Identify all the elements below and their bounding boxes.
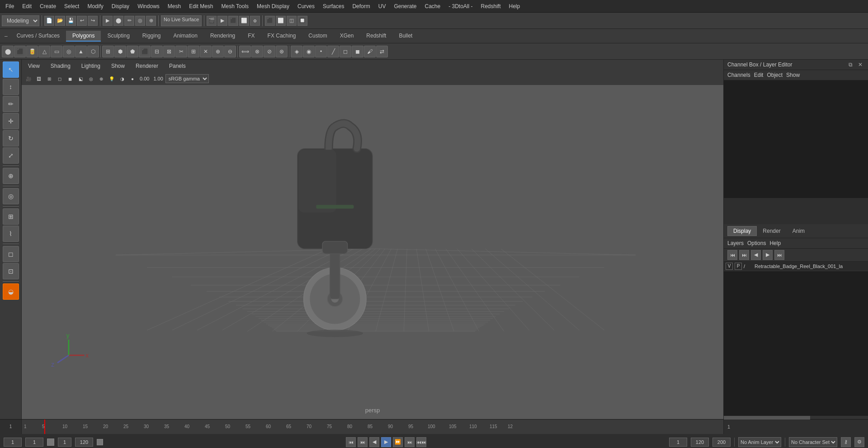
layer-p[interactable]: P	[735, 263, 742, 270]
tab-sculpting[interactable]: Sculpting	[101, 31, 136, 42]
play-prev-key-btn[interactable]: ⏭	[358, 437, 368, 447]
menu-windows[interactable]: Windows	[134, 2, 163, 10]
cube-icon[interactable]: ⬛	[14, 46, 26, 57]
workspace-select[interactable]: Modeling	[2, 15, 39, 26]
layer-scroll-prev-prev[interactable]: ⏭	[739, 250, 749, 260]
menu-mesh-display[interactable]: Mesh Display	[253, 2, 293, 10]
select-vert[interactable]: •	[315, 46, 327, 57]
layer-scrollbar[interactable]	[724, 415, 868, 419]
bevel-icon[interactable]: ⬟	[127, 46, 138, 57]
range-start-input[interactable]	[669, 438, 687, 447]
tab-rigging[interactable]: Rigging	[136, 31, 167, 42]
bridge-icon[interactable]: ⊟	[151, 46, 163, 57]
transfer-attr[interactable]: ⇄	[376, 46, 388, 57]
insert-loop-icon[interactable]: ⊞	[188, 46, 199, 57]
ch-menu-object[interactable]: Object	[767, 72, 783, 78]
anim-key-btn[interactable]: ⚷	[841, 437, 851, 447]
icon-win1[interactable]: ⬛	[265, 16, 275, 26]
anim-layer-select[interactable]: No Anim Layer	[738, 437, 781, 447]
vp-menu-view[interactable]: View	[25, 62, 42, 70]
menu-help[interactable]: Help	[505, 2, 524, 10]
frame-val-input[interactable]	[58, 438, 71, 447]
vp-wire-icon[interactable]: ◻	[55, 74, 65, 84]
paint-select-left[interactable]: ✏	[3, 96, 19, 112]
range-end-input[interactable]	[691, 438, 709, 447]
extrude-icon[interactable]: ⬛	[139, 46, 151, 57]
ch-menu-edit[interactable]: Edit	[754, 72, 764, 78]
redo-btn[interactable]: ↪	[88, 16, 98, 26]
menu-uv[interactable]: UV	[375, 2, 390, 10]
menu-curves[interactable]: Curves	[294, 2, 318, 10]
gradient-btn[interactable]: ◒	[3, 283, 19, 300]
render-btn4[interactable]: ⬜	[239, 16, 249, 26]
tab-curves-surfaces[interactable]: Curves / Surfaces	[10, 31, 66, 42]
close-btn[interactable]: ✕	[856, 61, 864, 68]
vp-shadow-icon[interactable]: ◑	[117, 74, 127, 84]
current-frame-input[interactable]	[4, 438, 22, 447]
menu-modify[interactable]: Modify	[84, 2, 107, 10]
layer-scroll-start[interactable]: ⏮	[727, 250, 737, 260]
layer-path[interactable]: /	[744, 264, 753, 269]
weld-icon[interactable]: ⊛	[276, 46, 288, 57]
tab-polygons[interactable]: Polygons	[66, 31, 101, 42]
rotate-tool-left[interactable]: ↻	[3, 130, 19, 146]
ch-menu-show[interactable]: Show	[786, 72, 800, 78]
tab-animation[interactable]: Animation	[167, 31, 204, 42]
timeline-ruler[interactable]: 1 5 10 15 20 25 30 35 40 45 50 55 60 65 …	[22, 420, 723, 434]
lasso-tool[interactable]: ⬤	[113, 16, 123, 26]
layer-v[interactable]: V	[726, 263, 733, 270]
menu-mesh[interactable]: Mesh	[164, 2, 184, 10]
tab-redshift[interactable]: Redshift	[360, 31, 392, 42]
layer-row[interactable]: V P / Retractable_Badge_Reel_Black_001_l…	[724, 262, 868, 271]
end-frame-input[interactable]	[75, 438, 93, 447]
cylinder-icon[interactable]: 🥫	[26, 46, 38, 57]
layer-menu-layers[interactable]: Layers	[727, 240, 744, 246]
move-tool-left[interactable]: ✛	[3, 113, 19, 129]
select-tool[interactable]: ▶	[103, 16, 113, 26]
soft-select-left[interactable]: ◎	[3, 188, 19, 204]
boolean-icon[interactable]: ⊖	[224, 46, 236, 57]
play-fwd-btn[interactable]: ▶	[381, 437, 391, 447]
save-scene-btn[interactable]: 💾	[66, 16, 76, 26]
paint-skin[interactable]: 🖌	[364, 46, 376, 57]
vp-menu-show[interactable]: Show	[108, 62, 127, 70]
mirror-icon[interactable]: ⟺	[239, 46, 251, 57]
menu-deform[interactable]: Deform	[349, 2, 373, 10]
plane-icon[interactable]: ▭	[51, 46, 62, 57]
live-surface-btn[interactable]: No Live Surface	[161, 15, 202, 26]
select-edge[interactable]: ╱	[327, 46, 339, 57]
menu-edit-mesh[interactable]: Edit Mesh	[185, 2, 217, 10]
undo-btn[interactable]: ↩	[77, 16, 87, 26]
menu-file[interactable]: File	[2, 2, 18, 10]
cut-icon[interactable]: ✂	[175, 46, 187, 57]
menu-redshift[interactable]: Redshift	[477, 2, 505, 10]
layer-scroll-prev[interactable]: ◀	[751, 250, 761, 260]
icon-win3[interactable]: ◫	[287, 16, 297, 26]
play-loop-btn[interactable]: ⏮⏭	[416, 437, 426, 447]
tab-bullet[interactable]: Bullet	[392, 31, 419, 42]
layer-menu-options[interactable]: Options	[747, 240, 766, 246]
menu-generate[interactable]: Generate	[390, 2, 420, 10]
menu-select[interactable]: Select	[61, 2, 83, 10]
vp-grid-icon[interactable]: ⊞	[44, 74, 54, 84]
lasso-tool-left[interactable]: ↕	[3, 79, 19, 95]
fill-icon[interactable]: ⊠	[163, 46, 175, 57]
render-btn3[interactable]: ⬛	[228, 16, 238, 26]
icon-win2[interactable]: ⬜	[276, 16, 286, 26]
universal-tool-left[interactable]: ⊕	[3, 168, 19, 184]
frame-step-input[interactable]	[25, 438, 43, 447]
layer-menu-help[interactable]: Help	[769, 240, 781, 246]
ch-menu-channels[interactable]: Channels	[727, 72, 750, 78]
icon-win4[interactable]: 🔲	[297, 16, 307, 26]
layer-tab-render[interactable]: Render	[757, 226, 786, 236]
play-next-key-btn[interactable]: ⏩	[393, 437, 403, 447]
menu-display[interactable]: Display	[108, 2, 133, 10]
paint-tool[interactable]: ✏	[124, 16, 134, 26]
scale-tool-left[interactable]: ⤢	[3, 147, 19, 164]
menu-surfaces[interactable]: Surfaces	[319, 2, 348, 10]
open-scene-btn[interactable]: 📂	[55, 16, 65, 26]
select-mode-obj[interactable]: ◈	[291, 46, 302, 57]
vp-menu-renderer[interactable]: Renderer	[133, 62, 161, 70]
snap-grid-left[interactable]: ⊞	[3, 208, 19, 225]
layer-scroll-end[interactable]: ⏭	[774, 250, 784, 260]
